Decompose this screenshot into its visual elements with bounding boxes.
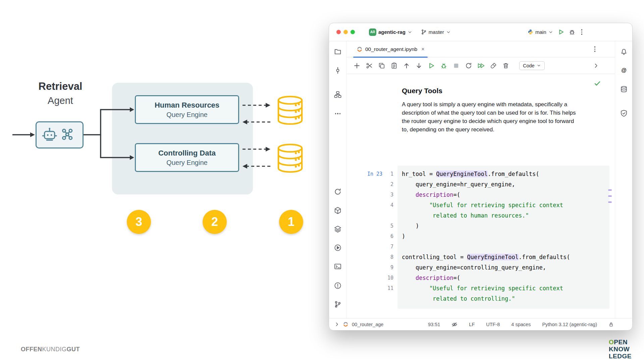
code-line[interactable]: 4 "Useful for retrieving specific contex… xyxy=(346,200,615,210)
more-actions-button[interactable] xyxy=(580,28,584,36)
zoom-window-button[interactable] xyxy=(351,30,355,34)
toolbar-overflow-chevron[interactable] xyxy=(592,62,600,69)
version-control-icon[interactable] xyxy=(334,300,342,308)
logo-know: KNOW xyxy=(609,346,632,353)
paste-cell-button[interactable] xyxy=(390,62,398,69)
jupyter-icon xyxy=(357,46,363,52)
notebook-toolbar: Code xyxy=(346,57,615,74)
code-line[interactable]: 5 ) xyxy=(346,221,615,231)
structure-icon[interactable] xyxy=(334,90,342,99)
code-text[interactable]: ) xyxy=(397,221,609,231)
code-text[interactable]: controlling_tool = QueryEngineTool.from_… xyxy=(397,252,609,262)
chevron-down-icon xyxy=(537,63,541,68)
code-line[interactable]: 7 xyxy=(346,242,615,252)
left-tool-strip xyxy=(329,41,346,318)
code-text[interactable]: "Useful for retrieving specific context xyxy=(397,200,609,210)
code-text[interactable]: ) xyxy=(397,231,609,242)
tab-bar: 00_router_agent.ipynb × xyxy=(346,41,615,57)
cut-cell-button[interactable] xyxy=(366,62,373,69)
debug-button[interactable] xyxy=(569,29,575,35)
code-line[interactable]: 11 "Useful for retrieving specific conte… xyxy=(346,283,615,294)
delete-cell-button[interactable] xyxy=(502,62,509,69)
debug-cell-button[interactable] xyxy=(440,62,447,69)
markdown-heading: Query Tools xyxy=(402,87,580,95)
code-line[interactable]: 9 query_engine=controlling_query_engine, xyxy=(346,262,615,273)
line-number: 8 xyxy=(346,252,393,262)
code-text[interactable]: description=( xyxy=(397,190,609,200)
line-separator[interactable]: LF xyxy=(469,322,475,327)
close-window-button[interactable] xyxy=(336,30,341,34)
code-lines: 1hr_tool = QueryEngineTool.from_defaults… xyxy=(346,169,615,304)
caret-position[interactable]: 93:51 xyxy=(428,322,440,327)
copy-cell-button[interactable] xyxy=(378,62,385,69)
code-text[interactable]: related to human resources." xyxy=(397,210,609,221)
vcs-widget[interactable]: master xyxy=(421,29,451,35)
ai-assistant-icon[interactable]: @ xyxy=(620,66,628,74)
code-line[interactable]: 2 query_engine=hr_query_engine, xyxy=(346,179,615,190)
notebook-editor[interactable]: Query Tools A query tool is simply a que… xyxy=(346,74,615,318)
line-number xyxy=(346,294,393,304)
chevron-down-icon xyxy=(548,30,553,35)
run-button[interactable] xyxy=(558,29,564,35)
git-branch-icon xyxy=(421,29,427,35)
run-cell-button[interactable] xyxy=(428,62,435,69)
problems-icon[interactable] xyxy=(334,282,342,290)
at-glyph: @ xyxy=(621,67,627,73)
tab-notebook[interactable]: 00_router_agent.ipynb × xyxy=(353,41,428,57)
scrollbar-analysis-marks[interactable] xyxy=(608,189,612,203)
move-cell-up-button[interactable] xyxy=(403,62,410,69)
code-text[interactable]: description=( xyxy=(397,273,609,283)
database-icon xyxy=(278,144,302,172)
file-encoding[interactable]: UTF-8 xyxy=(486,322,500,327)
code-line[interactable]: 8controlling_tool = QueryEngineTool.from… xyxy=(346,252,615,262)
diagram-title: Retrieval Agent xyxy=(27,80,94,106)
run-tool-window-icon[interactable] xyxy=(334,244,342,252)
code-line[interactable]: 1hr_tool = QueryEngineTool.from_defaults… xyxy=(346,169,615,179)
kernel-sync-icon[interactable] xyxy=(334,188,342,196)
more-tool-windows-icon[interactable] xyxy=(334,110,342,118)
move-cell-down-button[interactable] xyxy=(415,62,423,69)
commit-icon[interactable] xyxy=(334,66,342,74)
code-cell[interactable]: In 23 1hr_tool = QueryEngineTool.from_de… xyxy=(346,166,615,309)
terminal-icon[interactable] xyxy=(334,262,342,270)
code-line[interactable]: 10 description=( xyxy=(346,273,615,283)
run-configuration-widget[interactable]: main xyxy=(528,29,553,35)
layers-icon[interactable] xyxy=(334,225,342,233)
python-interpreter[interactable]: Python 3.12 (agentic-rag) xyxy=(542,322,597,327)
clear-outputs-button[interactable] xyxy=(490,62,497,69)
restart-kernel-button[interactable] xyxy=(465,62,472,69)
lock-icon[interactable] xyxy=(608,322,614,327)
markdown-cell[interactable]: Query Tools A query tool is simply a que… xyxy=(402,87,580,134)
notifications-bell-icon[interactable] xyxy=(620,47,628,55)
code-line[interactable]: related to controlling." xyxy=(346,294,615,304)
code-text[interactable]: query_engine=hr_query_engine, xyxy=(397,179,609,190)
reader-mode-icon[interactable] xyxy=(451,321,458,327)
close-tab-icon[interactable]: × xyxy=(421,46,424,52)
cell-type-dropdown[interactable]: Code xyxy=(519,61,545,70)
packages-icon[interactable] xyxy=(334,206,342,215)
code-text[interactable] xyxy=(397,242,609,252)
code-text[interactable]: "Useful for retrieving specific context xyxy=(397,283,609,294)
database-tool-icon[interactable] xyxy=(620,85,628,93)
code-line[interactable]: related to human resources." xyxy=(346,210,615,221)
indent-setting[interactable]: 4 spaces xyxy=(511,322,531,327)
code-text[interactable]: hr_tool = QueryEngineTool.from_defaults( xyxy=(397,169,609,179)
run-all-cells-button[interactable] xyxy=(477,62,485,69)
line-number: 7 xyxy=(346,242,393,252)
line-number: 4 xyxy=(346,200,393,210)
code-text[interactable]: query_engine=controlling_query_engine, xyxy=(397,262,609,273)
project-widget[interactable]: AR agentic-rag xyxy=(369,28,412,36)
code-line[interactable]: 3 description=( xyxy=(346,190,615,200)
status-chevron-icon[interactable] xyxy=(334,322,339,327)
code-text[interactable]: related to controlling." xyxy=(397,294,609,304)
retrieval-agent-box xyxy=(36,121,84,148)
minimize-window-button[interactable] xyxy=(343,30,348,34)
markdown-paragraph: A query tool is simply a query engine wi… xyxy=(402,100,580,134)
shield-check-icon[interactable] xyxy=(620,109,628,117)
status-file-name[interactable]: 00_router_age xyxy=(352,322,383,327)
code-line[interactable]: 6) xyxy=(346,231,615,242)
add-cell-button[interactable] xyxy=(353,62,361,69)
stop-kernel-button[interactable] xyxy=(452,62,460,69)
tab-options-button[interactable] xyxy=(593,45,597,53)
project-files-icon[interactable] xyxy=(334,48,342,56)
